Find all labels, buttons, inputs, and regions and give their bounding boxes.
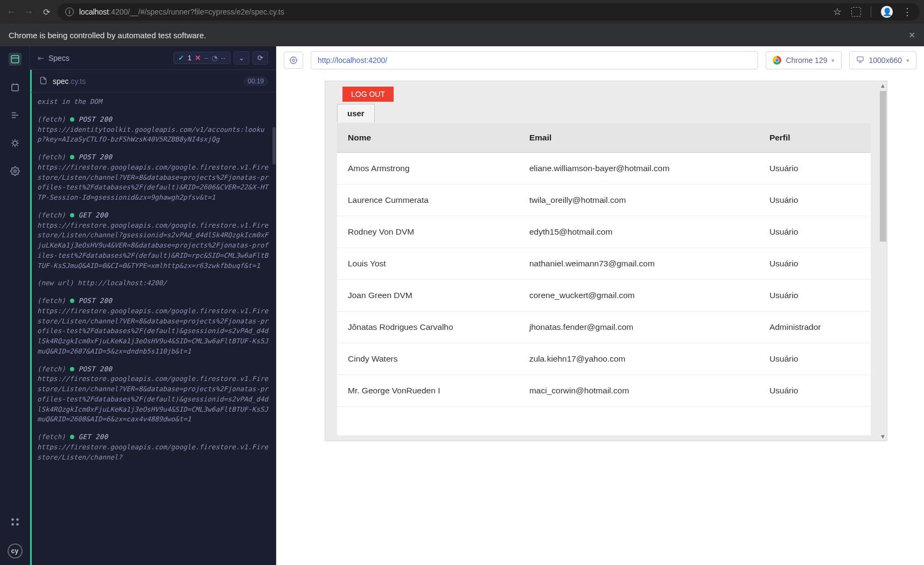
log-method: GET 200 [79,432,108,442]
cell-email: eliane.williamson-bayer@hotmail.com [519,153,759,185]
rail-specs-icon[interactable] [9,53,22,66]
command-log[interactable]: exist in the DOM(fetch)POST 200https://i… [30,93,276,565]
status-dot-icon [70,435,74,439]
cell-nome: Louis Yost [337,248,519,280]
svg-point-8 [290,57,297,63]
left-rail: cy [0,46,30,565]
scrollbar-thumb[interactable] [272,127,276,165]
rail-debug-icon[interactable] [9,109,22,122]
extensions-icon[interactable] [851,7,861,17]
url-actions: ☆ 👤 ⋮ [833,6,912,18]
table-row[interactable]: Cindy Waterszula.kiehn17@yahoo.comUsuári… [337,343,871,375]
log-entry[interactable]: exist in the DOM [37,97,270,107]
rail-bug-icon[interactable] [9,137,22,150]
browser-selector[interactable]: Chrome 129 ▾ [766,51,842,69]
stats-pill: ✓ 1 ✕ -- ◔ -- [173,52,230,64]
cypress-panel: ⇤ Specs ✓ 1 ✕ -- ◔ -- ⌄ ⟳ sp [30,46,276,565]
log-entry[interactable]: (fetch)GET 200https://firestore.googleap… [37,432,270,462]
logout-button[interactable]: LOG OUT [342,87,394,102]
cell-nome: Cindy Waters [337,343,519,375]
table-row[interactable]: Laurence Cummeratatwila_oreilly@hotmail.… [337,185,871,216]
test-stats: ✓ 1 ✕ -- ◔ -- ⌄ ⟳ [173,51,268,65]
log-text: exist in the DOM [37,97,270,107]
log-entry[interactable]: (fetch)POST 200https://firestore.googlea… [37,296,270,357]
tab-user[interactable]: user [337,104,375,122]
log-head: (fetch)GET 200 [37,210,270,221]
log-tag: (fetch) [37,152,66,163]
svg-point-2 [13,141,17,145]
reload-icon[interactable]: ⟳ [43,7,50,17]
cell-nome: Jônatas Rodrigues Carvalho [337,312,519,343]
automation-banner-text: Chrome is being controlled by automated … [9,31,206,40]
cell-perfil: Usuário [759,185,871,216]
col-header-perfil[interactable]: Perfil [759,123,871,153]
scroll-down-icon[interactable]: ▼ [880,433,886,440]
table-row[interactable]: Amos Armstrongeliane.williamson-bayer@ho… [337,153,871,185]
status-dot-icon [70,367,74,371]
table-row[interactable]: Mr. George VonRueden Imaci_corwin@hotmai… [337,375,871,407]
log-entry[interactable]: (fetch)POST 200https://firestore.googlea… [37,152,270,203]
col-header-email[interactable]: Email [519,123,759,153]
log-head: (fetch)POST 200 [37,152,270,163]
scroll-up-icon[interactable]: ▲ [880,82,886,89]
selector-playground-button[interactable] [284,52,303,69]
browser-label: Chrome 129 [786,56,827,65]
rail-runs-icon[interactable] [9,81,22,94]
aut-scrollbar-thumb[interactable] [880,91,886,242]
status-dot-icon [70,155,74,159]
chevron-down-icon: ▾ [831,57,835,64]
cell-perfil: Administrador [759,312,871,343]
users-table: Nome Email Perfil Amos Armstrongeliane.w… [337,123,871,407]
nav-back-icon[interactable]: ← [6,6,16,18]
rerun-icon[interactable]: ⟳ [253,51,268,65]
log-entry[interactable]: (fetch)POST 200https://firestore.googlea… [37,364,270,425]
cell-email: nathaniel.weimann73@gmail.com [519,248,759,280]
spec-file-row[interactable]: spec.cy.ts 00:19 [30,70,276,93]
spec-filename: spec.cy.ts [53,77,86,86]
log-tag: (fetch) [37,296,66,306]
log-head: (fetch)POST 200 [37,296,270,306]
site-info-icon[interactable]: i [65,8,74,16]
col-header-nome[interactable]: Nome [337,123,519,153]
app-root: cy ⇤ Specs ✓ 1 ✕ -- ◔ -- ⌄ ⟳ [0,46,924,565]
log-head: (fetch)POST 200 [37,364,270,375]
cell-nome: Mr. George VonRueden I [337,375,519,407]
log-text: (new url) http://localhost:4200/ [37,278,270,288]
bookmark-star-icon[interactable]: ☆ [833,6,842,18]
chevron-down-icon[interactable]: ⌄ [234,51,249,65]
log-entry[interactable]: (fetch)GET 200https://firestore.googleap… [37,210,270,271]
nav-forward-icon[interactable]: → [24,6,33,18]
status-dot-icon [70,213,74,217]
cypress-logo-icon[interactable]: cy [8,543,23,559]
cell-perfil: Usuário [759,375,871,407]
cypress-header: ⇤ Specs ✓ 1 ✕ -- ◔ -- ⌄ ⟳ [30,46,276,70]
close-icon[interactable]: ✕ [908,30,915,40]
table-row[interactable]: Joan Green DVMcorene_wuckert@gmail.comUs… [337,280,871,312]
cell-email: edyth15@hotmail.com [519,216,759,248]
url-bar[interactable]: i localhost:4200/__/#/specs/runner?file=… [58,3,920,20]
log-url: https://identitytoolkit.googleapis.com/v… [37,125,270,145]
table-row[interactable]: Jônatas Rodrigues Carvalhojhonatas.fende… [337,312,871,343]
log-head: (fetch)POST 200 [37,115,270,125]
cell-email: zula.kiehn17@yahoo.com [519,343,759,375]
spec-ext: .cy.ts [69,77,86,86]
log-entry[interactable]: (fetch)POST 200https://identitytoolkit.g… [37,115,270,145]
rail-settings-icon[interactable] [9,165,22,178]
svg-rect-0 [11,55,19,63]
cell-email: twila_oreilly@hotmail.com [519,185,759,216]
aut-url-bar[interactable]: http://localhost:4200/ [311,51,758,69]
table-row[interactable]: Rodney Von DVMedyth15@hotmail.comUsuário [337,216,871,248]
cell-nome: Rodney Von DVM [337,216,519,248]
table-row[interactable]: Louis Yostnathaniel.weimann73@gmail.comU… [337,248,871,280]
url-path: :4200/__/#/specs/runner?file=cypress/e2e… [109,8,284,16]
profile-avatar-icon[interactable]: 👤 [881,6,893,18]
viewport-selector[interactable]: 1000x660 ▾ [849,51,916,69]
svg-rect-1 [12,84,18,91]
log-tag: (fetch) [37,115,66,125]
browser-menu-icon[interactable]: ⋮ [902,6,912,18]
specs-breadcrumb[interactable]: ⇤ Specs [38,54,69,62]
rail-keyboard-icon[interactable] [9,515,22,528]
log-head: (fetch)GET 200 [37,432,270,442]
log-method: POST 200 [79,152,113,163]
log-entry[interactable]: (new url) http://localhost:4200/ [37,278,270,288]
